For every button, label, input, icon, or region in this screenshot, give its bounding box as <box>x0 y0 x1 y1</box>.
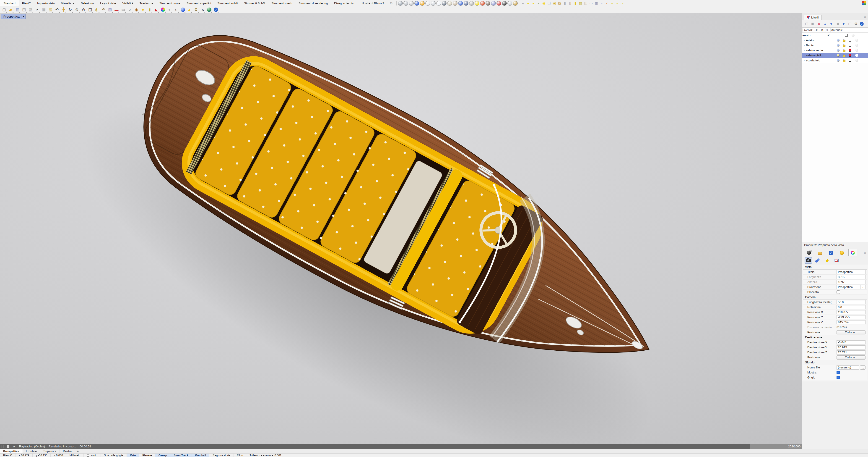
ghosted-mode-icon[interactable] <box>425 1 430 6</box>
menu-tab-pianic[interactable]: PianiC <box>19 0 34 6</box>
layer-on-bulb-icon[interactable] <box>837 39 839 41</box>
layer-on-bulb-icon[interactable] <box>837 54 839 57</box>
sphere-half-red-icon[interactable] <box>480 1 485 6</box>
orbit-points-tool-icon[interactable] <box>814 257 821 264</box>
menu-tab-trasforma[interactable]: Trasforma <box>136 0 156 6</box>
wireframe-mode-icon[interactable] <box>398 1 403 6</box>
current-layer-pane[interactable]: vuoto <box>84 454 100 457</box>
zoom-dynamic-icon[interactable]: ⊙ <box>81 7 87 13</box>
section-header-vista[interactable]: Vista <box>803 264 867 269</box>
viewport-menu-arrow-icon[interactable]: ▾ <box>23 15 24 18</box>
lens-flare-tool-icon[interactable]: ★ <box>823 257 831 264</box>
object-properties-tab-icon[interactable] <box>805 249 813 256</box>
cut-icon[interactable]: ✂ <box>34 7 40 13</box>
layer-material-icon[interactable] <box>855 49 858 52</box>
earth-icon[interactable]: ● <box>206 7 212 13</box>
artistic-mode-icon[interactable] <box>453 1 458 6</box>
layer-row-vuoto[interactable]: › vuoto ✓ <box>802 33 868 38</box>
stop-icon[interactable] <box>7 445 9 448</box>
bulb-group-b-icon[interactable]: ● <box>615 1 620 5</box>
bulb-group-c-icon[interactable]: ● <box>620 1 625 5</box>
cone-icon[interactable]: ▲ <box>186 7 192 13</box>
osnap-toggle[interactable]: Osnap <box>155 454 170 457</box>
arctic-mode-icon[interactable] <box>436 1 441 6</box>
isolate-grid-icon[interactable]: ▦ <box>594 1 599 5</box>
sphere-yellow-icon[interactable] <box>474 1 479 6</box>
gear-tool-icon[interactable]: ⚙ <box>193 7 199 13</box>
box-display-icon[interactable] <box>507 1 512 6</box>
layers-column-header[interactable]: Materiale <box>830 28 843 32</box>
sphere-shaded-icon[interactable]: ◐ <box>173 7 179 13</box>
layers-column-header[interactable]: O... <box>816 28 821 32</box>
filter-icon[interactable]: ▼ <box>841 22 846 26</box>
add-viewport-tab-button[interactable]: + <box>75 449 81 453</box>
menu-tab-seleziona[interactable]: Seleziona <box>78 0 97 6</box>
show-in-detail-icon[interactable]: ▣ <box>552 1 557 5</box>
menu-tab-layout-viste[interactable]: Layout viste <box>97 0 119 6</box>
technical-mode-icon[interactable] <box>442 1 446 6</box>
new-sublayer-icon[interactable]: ▣ <box>810 22 815 26</box>
property-value-input[interactable]: -229.255 <box>837 315 866 319</box>
expand-arrow-icon[interactable]: › <box>802 59 806 62</box>
notifications-bell-icon[interactable] <box>837 249 846 256</box>
browse-button[interactable]: ... <box>860 366 866 370</box>
shaded-mode-icon[interactable] <box>403 1 408 6</box>
xray-mode-icon[interactable] <box>431 1 436 6</box>
camera-view-icon[interactable] <box>486 1 490 6</box>
help-icon[interactable]: ? <box>213 7 219 13</box>
property-value-input[interactable]: 845.654 <box>837 320 866 324</box>
viewport-tab-prospettica[interactable]: Prospettica <box>0 449 23 453</box>
edit-box-icon[interactable] <box>491 1 496 6</box>
expand-arrow-icon[interactable]: › <box>802 38 806 42</box>
expand-arrow-icon[interactable]: › <box>802 44 806 47</box>
menu-tab-visualizza[interactable]: Visualizza <box>58 0 78 6</box>
property-value-input[interactable]: -0.644 <box>837 340 866 344</box>
new-layer-icon[interactable]: ▢ <box>804 22 809 26</box>
viewport-tab-frontale[interactable]: Frontale <box>23 449 40 453</box>
layer-row-scoaiattolo[interactable]: › scoaiattolo ✓ <box>802 58 868 63</box>
layer-color-swatch[interactable] <box>848 44 851 47</box>
swap-detail-icon[interactable]: ▨ <box>557 1 562 5</box>
layers-panel-tab[interactable]: Livelli <box>804 15 822 20</box>
property-value-input[interactable]: 118.677 <box>837 310 866 314</box>
cancel-mode-icon[interactable] <box>496 1 501 6</box>
zoom-in-icon[interactable]: ⊕ <box>74 7 80 13</box>
properties-gear-icon[interactable]: ⚙ <box>863 251 866 255</box>
help-tab-icon[interactable]: ? <box>827 249 835 256</box>
units-pane[interactable]: Millimetri <box>66 454 84 457</box>
plan-view-icon[interactable]: ▭ <box>120 7 126 13</box>
gumball-toggle[interactable]: Gumball <box>192 454 209 457</box>
menu-tab-novita-rhino7[interactable]: Novità di Rhino 7 <box>358 0 387 6</box>
property-value-input[interactable]: 50.0 <box>837 300 866 304</box>
layer-row-sebino-verde[interactable]: › sebino verde ✓ <box>802 48 868 53</box>
viewport-tab-superiore[interactable]: Superiore <box>40 449 60 453</box>
layers-help-icon[interactable]: ? <box>860 22 864 26</box>
colloca-button[interactable]: Colloca... <box>837 355 866 360</box>
layer-lock-icon[interactable] <box>843 50 845 52</box>
lock-tool-icon[interactable]: ▮ <box>147 7 153 13</box>
y-coordinate-pane[interactable]: y -56.130 <box>33 454 51 457</box>
lock-swap-icon[interactable]: ▦ <box>578 1 583 5</box>
view-properties-tab-icon[interactable] <box>848 249 857 256</box>
bulb-group-a-icon[interactable]: ● <box>610 1 614 5</box>
property-value-input[interactable]: (nessuno) <box>837 366 859 370</box>
menu-tab-disegno-tecnico[interactable]: Disegno tecnico <box>331 0 359 6</box>
property-value-input[interactable]: 75.781 <box>837 350 866 354</box>
sphere-flat-icon[interactable]: ● <box>166 7 173 13</box>
layer-row-ariston[interactable]: › Ariston ✓ <box>802 38 868 43</box>
move-up-icon[interactable]: ▲ <box>823 22 828 26</box>
menu-tab-imposta-vista[interactable]: Imposta vista <box>34 0 58 6</box>
save-file-icon[interactable]: ▦ <box>14 7 20 13</box>
menu-tab-strumenti-subd[interactable]: Strumenti SubD <box>241 0 268 6</box>
pan-icon[interactable]: ╋ <box>61 7 67 13</box>
undo-view-icon[interactable]: ↶ <box>100 7 106 13</box>
history-toggle[interactable]: Registra storia <box>209 454 234 457</box>
isolate-frame-icon[interactable]: ▭ <box>589 1 593 5</box>
delete-layer-icon[interactable]: × <box>817 22 821 26</box>
move-down-icon[interactable]: ▼ <box>829 22 834 26</box>
monitor-icon[interactable] <box>502 1 507 6</box>
layer-color-swatch[interactable] <box>848 59 851 62</box>
dim-scale-icon[interactable]: ↘ <box>199 7 206 13</box>
dropdown-arrow-icon[interactable]: ▾ <box>861 285 866 289</box>
menu-tab-standard[interactable]: Standard <box>0 0 19 6</box>
